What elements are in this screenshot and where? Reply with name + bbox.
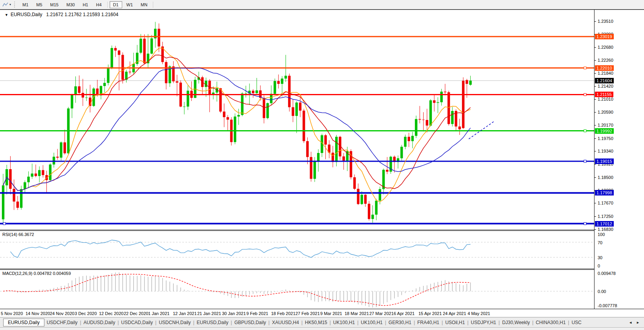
axis-tick-mark (594, 60, 596, 61)
symbol-tab-XAUUSD-H4[interactable]: XAUUSD,H4 (270, 319, 301, 326)
price-chart-canvas[interactable] (0, 10, 594, 230)
symbol-tab-AUDUSD-Daily[interactable]: AUDUSD,Daily (81, 319, 118, 326)
trading-platform-window: ▾ M1M5M15M30H1H4D1W1MN ▼EURUSD,Daily1.21… (0, 0, 644, 330)
timeframe-button-M1[interactable]: M1 (19, 1, 32, 8)
macd-panel-canvas[interactable] (0, 270, 594, 309)
date-label: 12 Jan 2021 (173, 311, 197, 316)
timeframe-button-M5[interactable]: M5 (33, 1, 46, 8)
line-handle[interactable] (3, 223, 6, 225)
symbol-tab-USDCAD-Daily[interactable]: USDCAD,Daily (119, 319, 155, 326)
price-axis-tick: 1.22680 (598, 45, 613, 50)
date-label: 5 Nov 2020 (1, 311, 23, 316)
symbol-tab-UK100-H1[interactable]: UK100,H1 (331, 319, 357, 326)
symbol-tab-USOil-H1[interactable]: USOil,H1 (443, 319, 467, 326)
rsi-axis-tick: 70 (598, 240, 602, 245)
symbol-tab-EURUSD-Daily[interactable]: EURUSD,Daily (194, 319, 231, 326)
hline-price-tag[interactable]: 1.17012 (595, 221, 614, 227)
timeframe-toolbar: ▾ M1M5M15M30H1H4D1W1MN (0, 0, 644, 9)
line-handle[interactable] (584, 93, 586, 96)
line-handle[interactable] (584, 223, 586, 225)
symbol-tab-GER30-H1[interactable]: GER30,H1 (386, 319, 414, 326)
date-label: 9 Feb 2021 (246, 311, 268, 316)
rsi-axis-tick: 30 (598, 255, 602, 260)
rsi-axis-tick: 100 (598, 232, 605, 237)
price-axis-tick: 1.20170 (598, 123, 613, 127)
chart-ohlc-values: 1.21672 1.21762 1.21593 1.21604 (46, 12, 119, 17)
hline-price-tag[interactable]: 1.22010 (595, 65, 614, 71)
symbol-tab-USC[interactable]: USC (569, 319, 584, 326)
ma-line-8[interactable] (3, 48, 470, 202)
axis-tick-mark (594, 151, 596, 151)
timeframe-button-H1[interactable]: H1 (79, 1, 92, 8)
date-label: 24 Nov 2020 (50, 311, 74, 316)
axis-tick-mark (594, 99, 596, 100)
trendline[interactable] (469, 121, 494, 139)
date-label: 22 Dec 2020 (124, 311, 148, 316)
symbol-tab-UK100-H1[interactable]: UK100,H1 (358, 319, 385, 326)
timeframe-button-M15[interactable]: M15 (47, 1, 62, 8)
axis-tick-mark (594, 86, 596, 87)
axis-tick-mark (594, 73, 596, 74)
price-axis-tick: 1.17250 (598, 214, 613, 219)
date-label: 27 Mar 2021 (369, 311, 394, 316)
timeframe-button-H4[interactable]: H4 (92, 1, 105, 8)
symbol-tab-CHINA300-H1[interactable]: CHINA300,H1 (534, 319, 568, 326)
chart-window: ▼EURUSD,Daily1.21672 1.21762 1.21593 1.2… (0, 9, 644, 317)
symbol-tab-bar: EURUSD,DailyUSDCHF,Daily|AUDUSD,Daily|US… (0, 317, 644, 328)
toolbar-divider (107, 2, 108, 8)
chart-title: ▼EURUSD,Daily1.21672 1.21762 1.21593 1.2… (5, 12, 118, 17)
axis-tick-mark (594, 229, 596, 230)
symbol-tab-FRA40-H1[interactable]: FRA40,H1 (415, 319, 442, 326)
symbol-tab-EURUSD-Daily[interactable]: EURUSD,Daily (3, 319, 44, 326)
symbol-tab-USDCHF-Daily[interactable]: USDCHF,Daily (44, 319, 80, 326)
time-axis[interactable]: 5 Nov 202014 Nov 202024 Nov 20203 Dec 20… (0, 310, 644, 317)
scroll-left-icon[interactable]: ◄ (627, 320, 634, 325)
macd-axis-tick: 0.009478 (598, 271, 616, 276)
rsi-panel-canvas[interactable] (0, 231, 594, 269)
date-label: 1 Jan 2021 (148, 311, 169, 316)
rsi-axis-tick: 0 (598, 264, 600, 268)
hline-price-tag[interactable]: 1.23019 (595, 34, 614, 39)
symbol-tab-USDJPY-H1[interactable]: USDJPY,H1 (468, 319, 498, 326)
symbol-tab-GBPUSD-Daily[interactable]: GBPUSD,Daily (232, 319, 268, 326)
timeframe-button-W1[interactable]: W1 (123, 1, 137, 8)
axis-tick-mark (594, 21, 596, 22)
hline-price-tag[interactable]: 1.17998 (595, 190, 614, 195)
price-axis-tick: 1.23510 (598, 19, 613, 24)
symbol-tab-HK50-M15[interactable]: HK50,M15 (303, 319, 330, 326)
date-label: 18 Mar 2021 (345, 311, 369, 316)
ma-line-13[interactable] (3, 55, 470, 191)
line-handle[interactable] (584, 67, 586, 69)
timeframe-button-MN[interactable]: MN (137, 1, 151, 8)
hline-price-tag[interactable]: 1.21155 (595, 92, 613, 97)
date-label: 30 Jan 2021 (222, 311, 246, 316)
timeframe-buttons: M1M5M15M30H1H4D1W1MN (18, 1, 155, 8)
horizontal-lines-group (0, 37, 594, 225)
axis-tick-mark (594, 47, 596, 48)
tab-scroll-controls: ◄► (627, 320, 644, 325)
chart-tool-button[interactable]: ▾ (1, 1, 12, 8)
panel-separator[interactable] (0, 230, 644, 230)
symbol-tab-DJ30-Weekly[interactable]: DJ30,Weekly (500, 319, 532, 326)
symbol-dropdown-icon[interactable]: ▼ (5, 13, 8, 17)
line-handle[interactable] (584, 160, 586, 162)
hline-price-tag[interactable]: 1.19992 (595, 128, 614, 134)
rsi-indicator-label: RSI(14) 66.3672 (2, 232, 34, 237)
chevron-down-icon: ▾ (9, 3, 11, 6)
axis-tick-mark (594, 138, 596, 139)
axis-tick-mark (594, 216, 596, 217)
macd-axis-tick: 0.00 (598, 289, 606, 294)
price-axis-tick: 1.21840 (598, 71, 613, 76)
date-label: 12 Dec 2020 (99, 311, 123, 316)
scroll-right-icon[interactable]: ► (634, 320, 642, 325)
hline-price-tag[interactable]: 1.19015 (595, 159, 614, 164)
line-handle[interactable] (584, 130, 586, 132)
macd-signal-line (3, 274, 470, 306)
symbol-tab-USDCNH-Daily[interactable]: USDCNH,Daily (156, 319, 193, 326)
timeframe-button-M30[interactable]: M30 (63, 1, 78, 8)
panel-separator[interactable] (0, 269, 644, 269)
date-label: 4 May 2021 (468, 311, 490, 316)
timeframe-button-D1[interactable]: D1 (110, 1, 122, 8)
date-label: 24 Apr 2021 (443, 311, 466, 316)
price-axis-tick: 1.18500 (598, 175, 613, 180)
